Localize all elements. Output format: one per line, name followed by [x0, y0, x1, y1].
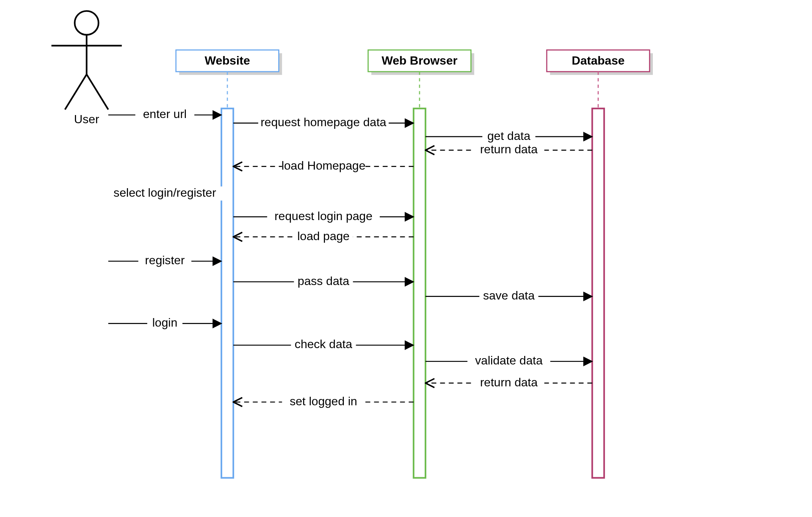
message-label: select login/register: [114, 186, 216, 199]
actor-user: User: [52, 11, 122, 126]
message-label: load Homepage: [282, 159, 366, 172]
message-label: set logged in: [290, 395, 357, 408]
lifeline-label-website: Website: [205, 54, 250, 67]
activation-browser: [414, 108, 425, 478]
message-label: pass data: [297, 274, 349, 288]
svg-line-4: [86, 74, 108, 109]
message-label: validate data: [475, 354, 543, 367]
message-label: register: [145, 253, 185, 267]
actor-label: User: [74, 112, 99, 126]
svg-point-0: [75, 11, 98, 35]
message-label: get data: [487, 129, 530, 143]
sequence-diagram: User WebsiteWeb BrowserDatabase enter ur…: [0, 0, 812, 517]
activation-database: [592, 108, 604, 478]
message-label: check data: [295, 337, 352, 351]
lifeline-label-database: Database: [572, 54, 625, 67]
message-label: login: [152, 316, 177, 329]
message-label: request homepage data: [260, 115, 386, 129]
message-label: enter url: [143, 107, 187, 121]
message-label: return data: [480, 376, 538, 389]
message-label: request login page: [274, 209, 372, 223]
lifeline-label-browser: Web Browser: [382, 54, 458, 67]
message-label: save data: [483, 289, 535, 302]
svg-line-3: [65, 74, 86, 109]
activation-website: [221, 108, 233, 478]
message-label: return data: [480, 143, 538, 156]
message-label: load page: [297, 229, 349, 243]
